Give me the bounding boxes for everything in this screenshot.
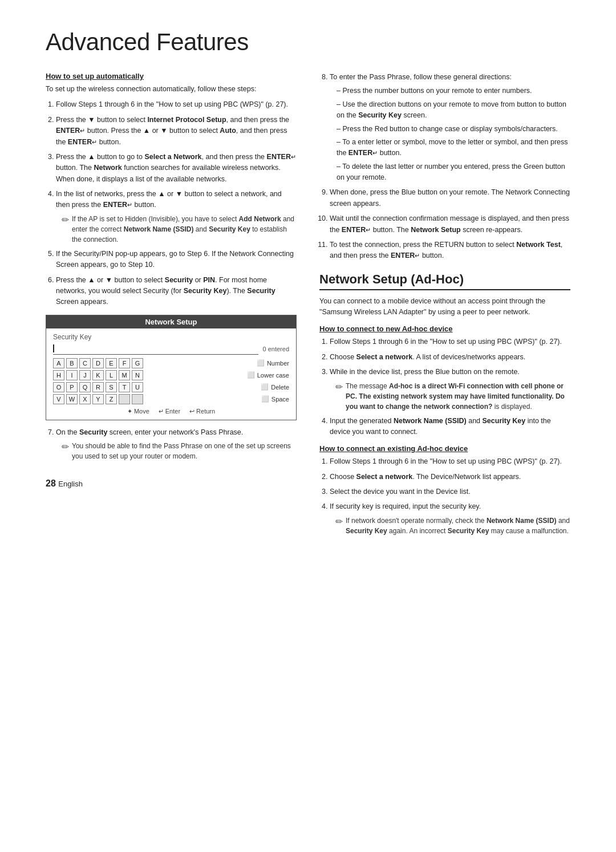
- security-key-row: Security Key: [53, 333, 289, 341]
- key-S[interactable]: S: [106, 382, 117, 392]
- label-number: ⬜ Number: [257, 359, 289, 367]
- step-1: Follow Steps 1 through 6 in the "How to …: [56, 99, 297, 110]
- key-L[interactable]: L: [106, 370, 117, 380]
- ns-keyboard: A B C D E F G ⬜ Number: [53, 358, 289, 404]
- key-R[interactable]: R: [92, 382, 104, 392]
- page-lang: English: [58, 480, 83, 488]
- key-M[interactable]: M: [119, 370, 130, 380]
- adhoc-step-4: Input the generated Network Name (SSID) …: [330, 416, 570, 438]
- step-9: When done, press the Blue button on your…: [330, 187, 570, 209]
- label-lowercase: ⬜ Lower case: [247, 371, 289, 379]
- key-A[interactable]: A: [53, 358, 64, 368]
- key-row-2: H I J K L M N ⬜ Lower case: [53, 370, 289, 380]
- how-to-setup-heading: How to set up automatically: [46, 72, 297, 80]
- ns-input-row: 0 entered: [53, 343, 289, 355]
- footer-move: ✦ Move: [127, 408, 149, 415]
- adhoc-step3-note: ✏ The message Ad-hoc is a direct Wi-Fi c…: [330, 381, 570, 412]
- right-column: To enter the Pass Phrase, follow these g…: [319, 72, 570, 541]
- step7-note-text: You should be able to find the Pass Phra…: [72, 441, 297, 461]
- new-adhoc-heading: How to connect to new Ad-hoc device: [319, 324, 570, 333]
- step-8-list: Press the number buttons on your remote …: [330, 86, 570, 183]
- key-U[interactable]: U: [132, 382, 143, 392]
- key-C[interactable]: C: [79, 358, 91, 368]
- existing-adhoc-heading: How to connect an existing Ad-hoc device: [319, 444, 570, 453]
- existing-adhoc-step-4: If security key is required, input the s…: [330, 501, 570, 535]
- delete-icon: ⬜: [261, 383, 269, 391]
- existing-adhoc-step-1: Follow Steps 1 through 6 in the "How to …: [330, 456, 570, 467]
- key-K[interactable]: K: [92, 370, 104, 380]
- steps-list-continued: On the Security screen, enter your netwo…: [46, 427, 297, 461]
- existing-adhoc-note-icon: ✏: [335, 515, 343, 529]
- existing-adhoc-step-3: Select the device you want in the Device…: [330, 486, 570, 497]
- key-W[interactable]: W: [66, 394, 78, 404]
- key-blank1: [119, 394, 130, 404]
- key-E[interactable]: E: [106, 358, 117, 368]
- security-key-label: Security Key: [53, 333, 99, 341]
- key-row-4: V W X Y Z ⬜ Space: [53, 394, 289, 404]
- adhoc-step3-note-text: The message Ad-hoc is a direct Wi-Fi con…: [346, 381, 570, 412]
- space-icon: ⬜: [261, 395, 269, 403]
- footer-return: ↩ Return: [189, 408, 215, 415]
- existing-adhoc-steps: Follow Steps 1 through 6 in the "How to …: [319, 456, 570, 536]
- dash-item-3: Press the Red button to change case or d…: [337, 124, 570, 135]
- key-X[interactable]: X: [79, 394, 91, 404]
- adhoc-step3-note-icon: ✏: [335, 380, 343, 395]
- step-8: To enter the Pass Phrase, follow these g…: [330, 72, 570, 183]
- dash-item-4: To a enter letter or symbol, move to the…: [337, 137, 570, 159]
- key-row-1: A B C D E F G ⬜ Number: [53, 358, 289, 368]
- page-title: Advanced Features: [46, 29, 570, 56]
- step-6: Press the ▲ or ▼ button to select Securi…: [56, 275, 297, 308]
- dash-item-1: Press the number buttons on your remote …: [337, 86, 570, 96]
- page: Advanced Features How to set up automati…: [0, 0, 616, 852]
- key-Q[interactable]: Q: [79, 382, 91, 392]
- enter-icon: ↵: [159, 408, 164, 415]
- lowercase-label: Lower case: [257, 372, 289, 379]
- step-5: If the Security/PIN pop-up appears, go t…: [56, 249, 297, 271]
- key-Z[interactable]: Z: [106, 394, 117, 404]
- note-icon: ✏: [62, 213, 69, 228]
- key-P[interactable]: P: [66, 382, 78, 392]
- existing-adhoc-note-text: If network doesn't operate normally, che…: [346, 516, 570, 536]
- number-label: Number: [267, 360, 289, 367]
- ns-keys-1: A B C D E F G: [53, 358, 252, 368]
- existing-adhoc-step-2: Choose Select a network. The Device/Netw…: [330, 472, 570, 482]
- dash-item-2: Use the direction buttons on your remote…: [337, 99, 570, 121]
- key-O[interactable]: O: [53, 382, 64, 392]
- key-F[interactable]: F: [119, 358, 130, 368]
- adhoc-step-1: Follow Steps 1 through 6 in the "How to …: [330, 336, 570, 347]
- network-setup-body: Security Key 0 entered A B: [46, 328, 296, 420]
- lowercase-icon: ⬜: [247, 371, 255, 379]
- adhoc-intro: You can connect to a mobile device witho…: [319, 296, 570, 318]
- key-T[interactable]: T: [119, 382, 130, 392]
- number-icon: ⬜: [257, 359, 265, 367]
- key-J[interactable]: J: [79, 370, 91, 380]
- network-setup-box: Network Setup Security Key 0 entered: [46, 315, 297, 420]
- footer-enter: ↵ Enter: [159, 408, 180, 415]
- intro-text: To set up the wireless connection automa…: [46, 84, 297, 95]
- key-G[interactable]: G: [132, 358, 143, 368]
- key-Y[interactable]: Y: [92, 394, 104, 404]
- key-I[interactable]: I: [66, 370, 78, 380]
- note-text: If the AP is set to Hidden (Invisible), …: [72, 214, 297, 245]
- new-adhoc-steps: Follow Steps 1 through 6 in the "How to …: [319, 336, 570, 437]
- move-icon: ✦: [127, 408, 132, 415]
- key-B[interactable]: B: [66, 358, 78, 368]
- label-delete: ⬜ Delete: [261, 383, 289, 391]
- step-2: Press the ▼ button to select Internet Pr…: [56, 115, 297, 148]
- label-space: ⬜ Space: [261, 395, 289, 403]
- step7-note-icon: ✏: [62, 440, 69, 455]
- step-4: In the list of networks, press the ▲ or …: [56, 189, 297, 245]
- key-V[interactable]: V: [53, 394, 64, 404]
- adhoc-heading: Network Setup (Ad-Hoc): [319, 272, 570, 290]
- step-10: Wait until the connection confirmation m…: [330, 213, 570, 236]
- step-11: To test the connection, press the RETURN…: [330, 240, 570, 262]
- dash-item-5: To delete the last letter or number you …: [337, 161, 570, 184]
- ns-keys-4: V W X Y Z: [53, 394, 257, 404]
- key-D[interactable]: D: [92, 358, 104, 368]
- key-row-3: O P Q R S T U ⬜ Delete: [53, 382, 289, 392]
- ns-cursor: [53, 344, 54, 352]
- adhoc-step-2: Choose Select a network. A list of devic…: [330, 352, 570, 363]
- steps-list: Follow Steps 1 through 6 in the "How to …: [46, 99, 297, 307]
- key-N[interactable]: N: [132, 370, 143, 380]
- key-H[interactable]: H: [53, 370, 64, 380]
